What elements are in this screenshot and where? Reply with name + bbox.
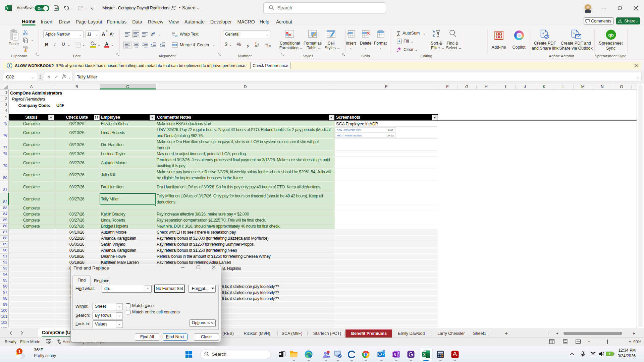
svg-text:X: X: [423, 353, 425, 357]
svg-text:N: N: [394, 353, 396, 357]
